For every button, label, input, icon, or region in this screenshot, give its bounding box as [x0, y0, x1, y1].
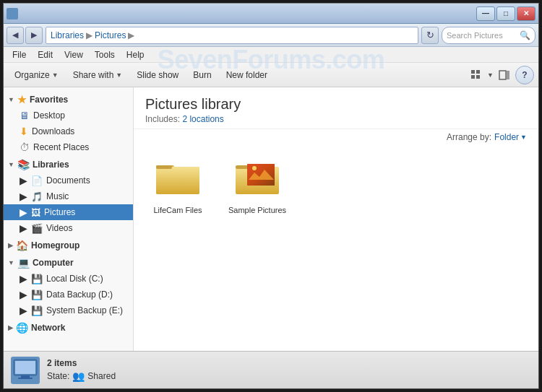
libraries-icon: 📚: [17, 159, 30, 170]
breadcrumb-sep-1: ▶: [86, 30, 93, 40]
svg-rect-16: [15, 361, 35, 374]
shared-icon: 👥: [72, 370, 85, 382]
minimize-button[interactable]: —: [476, 6, 495, 21]
organize-arrow: ▼: [52, 71, 59, 79]
menu-view[interactable]: View: [59, 48, 89, 61]
videos-label: Videos: [46, 223, 72, 233]
sidebar-item-desktop[interactable]: 🖥 Desktop: [4, 108, 133, 123]
pictures-label: Pictures: [44, 207, 75, 217]
file-item-lifecam[interactable]: LifeCam Files: [145, 152, 210, 214]
svg-rect-5: [507, 71, 509, 79]
help-button[interactable]: ?: [515, 66, 534, 84]
sidebar-item-downloads[interactable]: ⬇ Downloads: [4, 123, 133, 139]
burn-button[interactable]: Burn: [186, 66, 218, 84]
menu-file[interactable]: File: [7, 48, 32, 61]
change-view-button[interactable]: [467, 66, 486, 84]
status-info: 2 items State: 👥 Shared: [47, 358, 116, 382]
locations-link[interactable]: 2 locations: [182, 114, 223, 124]
share-with-button[interactable]: Share with ▼: [66, 66, 129, 84]
svg-rect-3: [476, 75, 480, 79]
sidebar-item-recent-places[interactable]: ⏱ Recent Places: [4, 139, 133, 155]
menu-edit[interactable]: Edit: [32, 48, 59, 61]
sample-pictures-label: Sample Pictures: [228, 206, 286, 214]
search-icon: 🔍: [520, 30, 530, 40]
sidebar-item-videos[interactable]: ▶ 🎬 Videos: [4, 220, 133, 236]
local-disk-c-expand-icon: ▶: [20, 273, 27, 284]
sidebar-network-header[interactable]: ▶ 🌐 Network: [4, 320, 133, 336]
libraries-chevron: ▼: [8, 161, 14, 168]
svg-rect-9: [156, 165, 172, 169]
refresh-button[interactable]: ↻: [421, 27, 439, 44]
window-icon: [7, 8, 18, 19]
data-backup-d-expand-icon: ▶: [20, 289, 27, 300]
share-with-label: Share with: [73, 70, 114, 80]
share-arrow: ▼: [116, 71, 122, 79]
slideshow-button[interactable]: Slide show: [130, 66, 185, 84]
new-folder-button[interactable]: New folder: [220, 66, 274, 84]
homegroup-icon: 🏠: [16, 240, 28, 251]
lifecam-folder-icon: [155, 158, 201, 197]
sidebar-item-music[interactable]: ▶ 🎵 Music: [4, 188, 133, 204]
burn-label: Burn: [193, 70, 211, 80]
svg-rect-17: [21, 375, 30, 378]
address-path[interactable]: Libraries ▶ Pictures ▶: [46, 27, 418, 44]
search-box[interactable]: Search Pictures 🔍: [442, 27, 535, 44]
menu-bar: File Edit View Tools Help: [4, 47, 538, 63]
title-bar: — □ ✕: [4, 4, 538, 24]
arrange-value: Folder: [494, 132, 519, 142]
status-bar: 2 items State: 👥 Shared: [4, 351, 538, 388]
sidebar-item-data-backup-d[interactable]: ▶ 💾 Data Backup (D:): [4, 287, 133, 302]
arrange-folder-button[interactable]: Folder ▼: [494, 132, 527, 142]
svg-rect-1: [476, 70, 480, 74]
close-button[interactable]: ✕: [517, 6, 535, 21]
breadcrumb-libraries[interactable]: Libraries: [51, 30, 84, 40]
maximize-button[interactable]: □: [496, 6, 515, 21]
homegroup-label: Homegroup: [31, 240, 79, 251]
menu-help[interactable]: Help: [121, 48, 150, 61]
svg-rect-2: [471, 75, 475, 79]
sidebar-homegroup-section: ▶ 🏠 Homegroup: [4, 238, 133, 253]
preview-pane-button[interactable]: [495, 66, 514, 84]
sidebar-computer-header[interactable]: ▼ 💻 Computer: [4, 255, 133, 271]
sidebar-libraries-header[interactable]: ▼ 📚 Libraries: [4, 157, 133, 173]
favorites-star-icon: ★: [17, 94, 27, 105]
file-item-sample-pictures[interactable]: Sample Pictures: [225, 152, 290, 214]
content-files: LifeCam Files: [134, 145, 538, 351]
title-bar-buttons: — □ ✕: [476, 6, 535, 21]
data-backup-d-label: Data Backup (D:): [46, 289, 113, 300]
sidebar-item-documents[interactable]: ▶ 📄 Documents: [4, 173, 133, 188]
videos-expand-icon: ▶: [20, 222, 27, 234]
breadcrumb-sep-2: ▶: [128, 30, 134, 40]
computer-label: Computer: [33, 258, 74, 268]
network-chevron: ▶: [8, 324, 13, 331]
view-arrow: ▼: [487, 71, 494, 79]
svg-point-14: [252, 166, 257, 170]
toolbar: Organize ▼ Share with ▼ Slide show Burn …: [4, 63, 538, 87]
state-value: Shared: [87, 371, 116, 381]
svg-rect-13: [247, 164, 275, 186]
sidebar-item-local-disk-c[interactable]: ▶ 💾 Local Disk (C:): [4, 271, 133, 287]
address-bar: ◀ ▶ Libraries ▶ Pictures ▶ ↻ Search Pict…: [4, 24, 538, 47]
breadcrumb-pictures[interactable]: Pictures: [95, 30, 126, 40]
back-button[interactable]: ◀: [7, 27, 24, 44]
lifecam-icon-wrap: [152, 152, 203, 203]
sidebar-item-pictures[interactable]: ▶ 🖼 Pictures: [4, 204, 133, 220]
lifecam-label: LifeCam Files: [153, 206, 202, 214]
documents-icon: ▶: [20, 175, 27, 186]
documents-label: Documents: [46, 175, 90, 186]
sidebar-favorites-header[interactable]: ▼ ★ Favorites: [4, 92, 133, 108]
local-disk-c-label: Local Disk (C:): [46, 274, 103, 284]
system-backup-e-icon: 💾: [31, 305, 43, 316]
homegroup-chevron: ▶: [8, 242, 13, 249]
slideshow-label: Slide show: [137, 70, 178, 80]
arrange-dropdown-icon: ▼: [520, 134, 527, 141]
sidebar-item-system-backup-e[interactable]: ▶ 💾 System Backup (E:): [4, 302, 133, 318]
libraries-label: Libraries: [33, 160, 69, 170]
organize-button[interactable]: Organize ▼: [8, 66, 65, 84]
content-subtitle: Includes: 2 locations: [145, 114, 527, 124]
desktop-label: Desktop: [33, 110, 65, 121]
forward-button[interactable]: ▶: [25, 27, 43, 44]
sidebar-homegroup-header[interactable]: ▶ 🏠 Homegroup: [4, 238, 133, 253]
menu-tools[interactable]: Tools: [89, 48, 121, 61]
includes-label: Includes:: [145, 114, 180, 124]
